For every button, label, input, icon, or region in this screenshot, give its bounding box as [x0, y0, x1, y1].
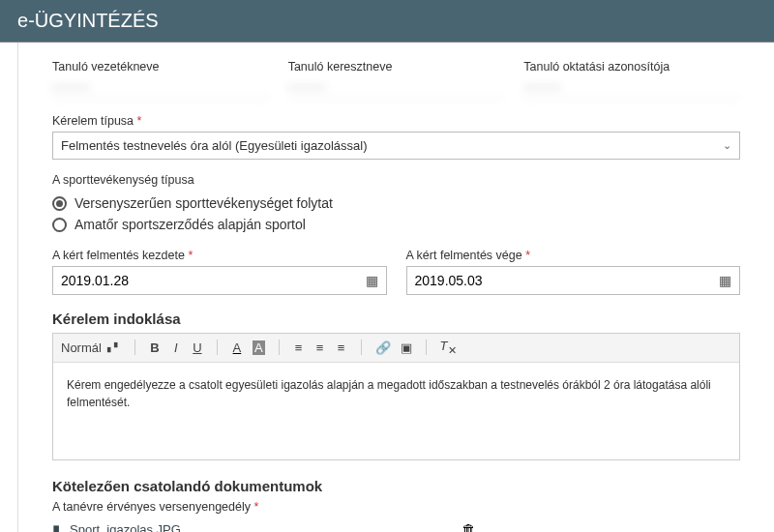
request-type-label: Kérelem típusa *	[52, 114, 740, 128]
document-icon: ▮	[52, 521, 60, 532]
calendar-icon[interactable]: ▦	[719, 273, 731, 288]
underline-icon[interactable]: U	[192, 340, 203, 355]
link-icon[interactable]: 🔗	[375, 340, 391, 355]
attachments-title: Kötelezően csatolandó dokumentumok	[52, 478, 740, 494]
firstname-value: ———	[288, 77, 505, 99]
clear-format-icon[interactable]: T✕	[440, 339, 457, 357]
calendar-icon[interactable]: ▦	[366, 273, 378, 288]
attachment-row: ▮ Sport_igazolas.JPG 🗑	[52, 521, 740, 532]
end-date-label: A kért felmentés vége *	[406, 249, 741, 262]
form-content: Tanuló vezetékneve ——— Tanuló keresztnev…	[17, 43, 774, 532]
start-date-label: A kért felmentés kezdete *	[52, 249, 387, 262]
end-date-value[interactable]	[415, 273, 720, 288]
start-date-input[interactable]: ▦	[52, 266, 387, 295]
chevron-down-icon: ⌄	[723, 139, 731, 152]
italic-icon[interactable]: I	[170, 340, 182, 355]
eduid-value: ———	[523, 77, 740, 99]
header-prefix: e	[17, 10, 28, 31]
justification-title: Kérelem indoklása	[52, 310, 740, 327]
eduid-label: Tanuló oktatási azonosítója	[523, 60, 740, 74]
rich-text-editor: Normál ▖▘ B I U A A ≡ ≡ ≡ 🔗	[52, 333, 740, 460]
sport-type-label: A sporttevékenység típusa	[52, 173, 740, 187]
request-type-value: Felmentés testnevelés óra alól (Egyesüle…	[61, 138, 368, 153]
unordered-list-icon[interactable]: ≡	[314, 340, 326, 355]
radio-competitive[interactable]: Versenyszerűen sporttevékenységet folyta…	[52, 192, 740, 214]
lastname-value: ———	[52, 77, 269, 99]
ordered-list-icon[interactable]: ≡	[293, 340, 305, 355]
radio-icon	[52, 218, 67, 232]
start-date-value[interactable]	[61, 273, 366, 288]
end-date-input[interactable]: ▦	[406, 266, 741, 295]
bold-icon[interactable]: B	[149, 340, 161, 355]
lastname-label: Tanuló vezetékneve	[52, 60, 269, 74]
request-type-select[interactable]: Felmentés testnevelés óra alól (Egyesüle…	[52, 132, 740, 160]
trash-icon[interactable]: 🗑	[461, 521, 476, 532]
header-title: -ÜGYINTÉZÉS	[28, 10, 158, 31]
radio-amateur[interactable]: Amatőr sportszerződés alapján sportol	[52, 214, 740, 235]
attachment-filename[interactable]: Sport_igazolas.JPG	[70, 522, 181, 532]
align-icon[interactable]: ≡	[336, 340, 347, 355]
firstname-label: Tanuló keresztneve	[288, 60, 505, 74]
style-dropdown[interactable]: Normál ▖▘	[61, 340, 121, 355]
caret-icon: ▖▘	[107, 342, 121, 352]
editor-body[interactable]: Kérem engedélyezze a csatolt egyesületi …	[53, 363, 739, 459]
app-header: e-ÜGYINTÉZÉS	[0, 0, 774, 43]
radio-icon	[52, 196, 67, 211]
text-color-icon[interactable]: A	[231, 340, 243, 355]
bg-color-icon[interactable]: A	[253, 340, 265, 355]
attachment-label: A tanévre érvényes versenyengedély *	[52, 500, 740, 514]
image-icon[interactable]: ▣	[401, 340, 412, 355]
radio-label: Amatőr sportszerződés alapján sportol	[74, 217, 306, 232]
radio-label: Versenyszerűen sporttevékenységet folyta…	[74, 195, 333, 211]
editor-toolbar: Normál ▖▘ B I U A A ≡ ≡ ≡ 🔗	[53, 334, 739, 363]
